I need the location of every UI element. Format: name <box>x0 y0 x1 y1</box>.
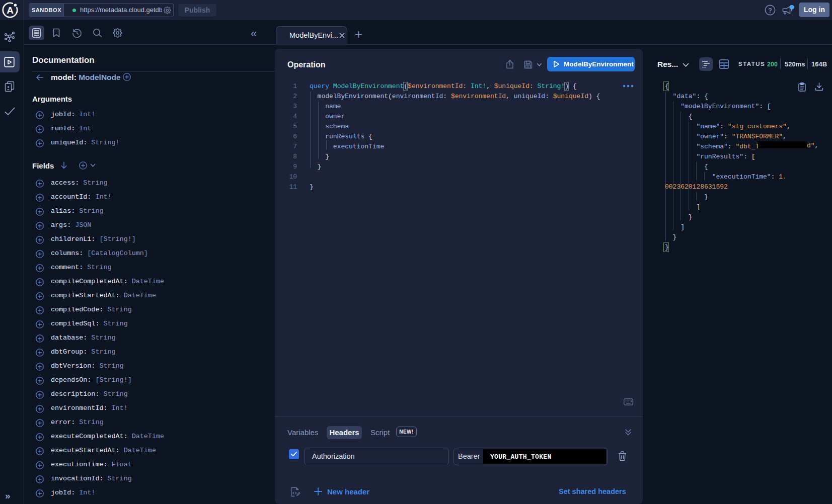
svg-text:?: ? <box>768 7 772 14</box>
svg-text:A: A <box>7 5 14 16</box>
